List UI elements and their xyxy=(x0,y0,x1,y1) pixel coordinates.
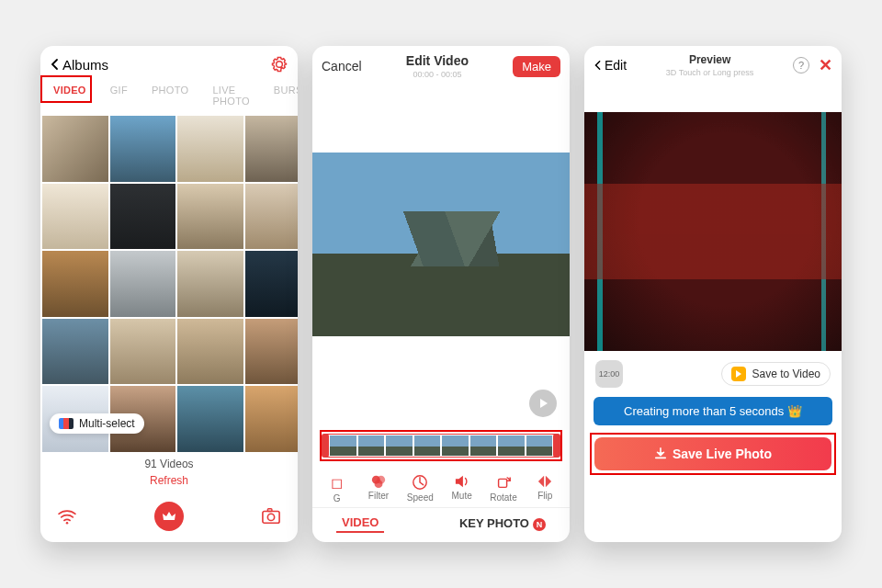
svg-point-0 xyxy=(66,522,69,525)
grid-item[interactable] xyxy=(177,184,243,250)
grid-item[interactable] xyxy=(110,184,176,250)
tool-filter[interactable]: Filter xyxy=(358,474,399,503)
play-button[interactable] xyxy=(529,390,557,417)
premium-button[interactable] xyxy=(154,502,184,531)
speed-icon xyxy=(412,474,428,491)
grid-item[interactable] xyxy=(245,184,298,250)
video-preview[interactable] xyxy=(312,153,570,336)
grid-item[interactable] xyxy=(245,116,298,182)
svg-point-2 xyxy=(267,514,274,520)
grid-item[interactable] xyxy=(177,319,243,385)
grid-item[interactable] xyxy=(110,251,176,317)
grid-item[interactable] xyxy=(42,116,108,182)
grid-item[interactable] xyxy=(110,116,176,182)
grid-item[interactable] xyxy=(245,251,298,317)
info-banner: Creating more than 5 seconds 👑 xyxy=(594,397,832,425)
bottom-toolbar xyxy=(40,494,298,542)
grid-item[interactable] xyxy=(177,386,243,452)
grid-item[interactable] xyxy=(42,184,108,250)
tool-speed[interactable]: Speed xyxy=(400,474,440,503)
trim-highlight-box xyxy=(320,430,562,461)
tool-bg[interactable]: ◻G xyxy=(317,474,357,503)
media-grid xyxy=(40,116,298,452)
screen-preview: Edit Preview 3D Touch or Long press ? ✕ … xyxy=(584,46,842,542)
svg-rect-1 xyxy=(263,512,279,524)
download-icon xyxy=(654,447,667,460)
time-range-label: 00:00 - 00:05 xyxy=(406,70,469,79)
grid-item[interactable] xyxy=(110,319,176,385)
tool-rotate[interactable]: Rotate xyxy=(483,474,524,503)
timeline-thumb xyxy=(386,435,413,456)
chevron-left-icon xyxy=(594,59,603,72)
screen-edit-video: Cancel Edit Video 00:00 - 00:05 Make ◻G … xyxy=(312,46,570,542)
wifi-icon[interactable] xyxy=(57,508,77,525)
svg-rect-3 xyxy=(267,509,272,512)
grid-item[interactable] xyxy=(42,251,108,317)
save-live-photo-button[interactable]: Save Live Photo xyxy=(594,437,831,470)
chevron-left-icon xyxy=(50,58,61,71)
flip-icon xyxy=(537,474,553,489)
timeline-thumb xyxy=(330,435,356,456)
preview-subtitle: 3D Touch or Long press xyxy=(666,68,753,77)
grid-item[interactable] xyxy=(177,116,243,182)
live-photo-preview[interactable] xyxy=(584,112,842,351)
new-badge: N xyxy=(533,518,546,531)
grid-item[interactable] xyxy=(42,319,108,385)
help-button[interactable]: ? xyxy=(793,57,809,74)
timeline-thumb xyxy=(498,435,525,456)
video-count-label: 91 Videos xyxy=(40,458,298,470)
back-label: Albums xyxy=(62,57,108,73)
tool-row: ◻G Filter Speed Mute Rotate Flip xyxy=(312,469,570,507)
multiselect-icon xyxy=(59,418,74,429)
save-to-video-button[interactable]: Save to Video xyxy=(721,362,831,386)
crown-icon xyxy=(162,510,176,523)
close-button[interactable]: ✕ xyxy=(819,55,832,75)
tab-gif[interactable]: GIF xyxy=(105,81,133,110)
mute-icon xyxy=(454,474,470,489)
bottom-tab-keyphoto[interactable]: KEY PHOTON xyxy=(459,516,546,531)
camera-icon[interactable] xyxy=(261,507,281,526)
tab-photo[interactable]: PHOTO xyxy=(146,81,194,110)
rotate-icon xyxy=(495,474,512,491)
preview-title: Preview xyxy=(666,53,753,66)
tool-flip[interactable]: Flip xyxy=(525,474,565,503)
bottom-tab-video[interactable]: VIDEO xyxy=(336,514,384,533)
category-tabs: VIDEO GIF PHOTO LIVE PHOTO BURST xyxy=(40,77,298,116)
grid-item[interactable] xyxy=(245,386,298,452)
tab-livephoto[interactable]: LIVE PHOTO xyxy=(207,81,254,110)
save-highlight-box: Save Live Photo xyxy=(590,433,836,475)
tab-burst[interactable]: BURST xyxy=(268,81,298,110)
edit-title: Edit Video xyxy=(406,53,469,68)
back-edit[interactable]: Edit xyxy=(594,58,627,73)
timeline-thumb xyxy=(470,435,497,456)
refresh-button[interactable]: Refresh xyxy=(40,474,298,487)
tool-mute[interactable]: Mute xyxy=(442,474,482,503)
tab-video[interactable]: VIDEO xyxy=(48,81,92,110)
timeline-thumb xyxy=(526,435,553,456)
gear-icon xyxy=(270,55,288,74)
timeline-thumb xyxy=(414,435,441,456)
multiselect-button[interactable]: Multi-select xyxy=(50,413,144,434)
timeline-thumb xyxy=(442,435,469,456)
screen-album: Albums VIDEO GIF PHOTO LIVE PHOTO BURST xyxy=(40,46,298,542)
timeline-thumb xyxy=(358,435,385,456)
svg-point-6 xyxy=(375,480,383,488)
play-icon xyxy=(537,398,548,409)
trim-slider[interactable] xyxy=(323,434,559,458)
cancel-button[interactable]: Cancel xyxy=(322,59,362,74)
make-button[interactable]: Make xyxy=(513,56,560,77)
multiselect-label: Multi-select xyxy=(79,417,135,430)
settings-button[interactable] xyxy=(270,55,288,74)
video-icon xyxy=(731,367,746,381)
filter-icon xyxy=(370,474,387,489)
back-albums[interactable]: Albums xyxy=(50,57,108,73)
grid-item[interactable] xyxy=(245,319,298,385)
duration-badge[interactable]: 12:00 xyxy=(595,360,623,388)
grid-item[interactable] xyxy=(177,251,243,317)
svg-rect-8 xyxy=(499,479,507,487)
